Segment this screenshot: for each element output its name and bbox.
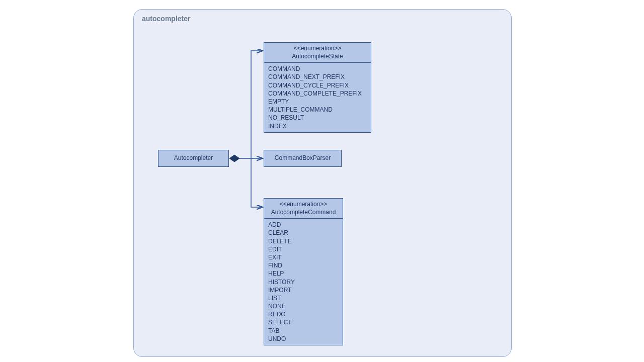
enum-value: HELP: [268, 269, 339, 278]
class-name: Autocompleter: [174, 154, 213, 161]
enum-value: FIND: [268, 261, 339, 269]
enum-value: COMMAND_CYCLE_PREFIX: [268, 81, 367, 89]
enum-value: DELETE: [268, 237, 339, 245]
class-header: <<enumeration>> AutocompleteState: [264, 43, 371, 63]
enum-value: ADD: [268, 221, 339, 229]
enum-value: MULTIPLE_COMMAND: [268, 106, 367, 114]
stereotype-label: <<enumeration>>: [267, 201, 340, 209]
enum-value: NONE: [268, 302, 339, 310]
class-header: Autocompleter: [158, 150, 228, 166]
enum-value: SELECT: [268, 318, 339, 326]
class-header: CommandBoxParser: [264, 150, 341, 166]
class-name: CommandBoxParser: [275, 154, 331, 161]
class-header: <<enumeration>> AutocompleteCommand: [264, 199, 343, 219]
class-command-box-parser: CommandBoxParser: [264, 150, 342, 167]
enum-value: COMMAND: [268, 65, 367, 73]
class-name: AutocompleteState: [267, 53, 368, 61]
enum-value: REDO: [268, 310, 339, 318]
enum-value: EMPTY: [268, 98, 367, 106]
enum-value: COMMAND_COMPLETE_PREFIX: [268, 89, 367, 98]
enum-value: TAB: [268, 327, 339, 335]
class-name: AutocompleteCommand: [267, 209, 340, 217]
class-autocomplete-command: <<enumeration>> AutocompleteCommand ADD …: [264, 198, 343, 345]
enum-value: UNDO: [268, 335, 339, 343]
class-body: COMMAND COMMAND_NEXT_PREFIX COMMAND_CYCL…: [264, 63, 371, 132]
enum-value: EDIT: [268, 245, 339, 253]
package-title: autocompleter: [142, 15, 190, 23]
stereotype-label: <<enumeration>>: [267, 45, 368, 53]
class-body: ADD CLEAR DELETE EDIT EXIT FIND HELP HIS…: [264, 219, 343, 345]
enum-value: HISTORY: [268, 278, 339, 286]
enum-value: NO_RESULT: [268, 114, 367, 122]
class-autocomplete-state: <<enumeration>> AutocompleteState COMMAN…: [264, 42, 371, 133]
enum-value: CLEAR: [268, 229, 339, 237]
class-autocompleter: Autocompleter: [158, 150, 229, 167]
enum-value: LIST: [268, 294, 339, 302]
enum-value: IMPORT: [268, 286, 339, 294]
enum-value: COMMAND_NEXT_PREFIX: [268, 73, 367, 81]
enum-value: INDEX: [268, 122, 367, 130]
enum-value: EXIT: [268, 253, 339, 261]
